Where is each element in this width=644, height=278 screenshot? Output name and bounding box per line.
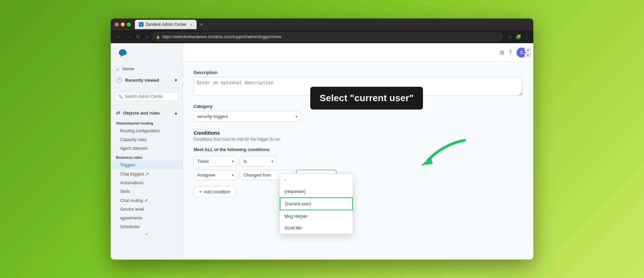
cond2-field-select[interactable]: Assignee [194, 170, 237, 180]
tab-bar: Z Zendesk Admin Center ✕ + [135, 20, 529, 29]
dropdown-item-meg-harper[interactable]: Meg Harper [280, 210, 353, 222]
url-text: https://selectivehardware.zendesk.com/su… [162, 34, 281, 39]
zendesk-logo-icon [117, 49, 129, 58]
address-bar: ← → ↻ ⌂ 🔒 https://selectivehardware.zend… [111, 30, 533, 43]
sidebar-item-chat-routing[interactable]: Chat routing ↗ [111, 196, 182, 205]
help-icon[interactable]: ? [509, 50, 512, 56]
content-area: Description Category security triggers ▾ [183, 62, 533, 205]
sidebar-item-home[interactable]: ⌂ Home [111, 63, 182, 74]
tab-favicon: Z [139, 22, 144, 27]
search-admin-center[interactable]: 🔍 [115, 92, 178, 101]
business-rules-group: Business rules [111, 153, 182, 161]
description-field-group: Description [194, 70, 523, 97]
sidebar-navigation: ⌂ Home 🕐 Recently viewed ▾ 🔍 [111, 63, 182, 237]
tab-close-icon[interactable]: ✕ [190, 23, 193, 26]
objects-rules-icon: ⇄ [116, 110, 120, 116]
sidebar-divider-1 [111, 88, 182, 88]
cond1-operator-select[interactable]: Is [240, 156, 277, 166]
sidebar-item-agreements[interactable]: agreements [111, 214, 182, 222]
scroll-arrows: ▲ ▼ [525, 43, 533, 62]
recently-viewed-label: Recently viewed [125, 78, 159, 83]
search-icon: 🔍 [118, 94, 123, 99]
sidebar-item-routing-config[interactable]: Routing configuration [111, 127, 182, 135]
extensions-icon[interactable]: 🧩 [516, 34, 521, 40]
cond2-field-wrap: Assignee ▾ [194, 170, 237, 180]
add-condition-button[interactable]: + Add condition [194, 186, 236, 197]
scroll-up-btn[interactable]: ▲ [525, 48, 531, 52]
browser-window: Z Zendesk Admin Center ✕ + ← → ↻ ⌂ 🔒 htt… [111, 18, 533, 260]
sidebar-scroll-down: ▼ [111, 231, 182, 237]
main-content: ⊞ ? S ▲ ▼ Description [183, 43, 533, 260]
tab-title: Zendesk Admin Center [146, 22, 186, 27]
category-label: Category [194, 104, 523, 109]
scroll-down-btn[interactable]: ▼ [525, 53, 531, 58]
traffic-lights [115, 22, 131, 26]
sidebar: ⌂ Home 🕐 Recently viewed ▾ 🔍 [111, 43, 183, 260]
sidebar-item-capacity-rules[interactable]: Capacity rules [111, 135, 182, 144]
sidebar-item-triggers[interactable]: Triggers [111, 161, 182, 169]
menu-icon[interactable]: ⋮ [525, 34, 529, 40]
conditions-meet-all-label: Meet ALL of the following conditions [194, 147, 523, 152]
sub-nav-objects: Omnichannel routing Routing configuratio… [111, 119, 182, 231]
recently-viewed-chevron: ▾ [175, 78, 177, 83]
omnichannel-routing-group: Omnichannel routing [111, 119, 182, 127]
active-tab[interactable]: Z Zendesk Admin Center ✕ [135, 20, 197, 29]
top-bar-right: ⊞ ? S [500, 48, 527, 58]
minimize-button[interactable] [121, 22, 125, 26]
search-input[interactable] [125, 94, 175, 99]
category-select[interactable]: security triggers [194, 111, 301, 122]
dropdown-item-requester[interactable]: (requester) [280, 186, 353, 197]
bookmark-icon[interactable]: ☆ [508, 34, 512, 40]
sidebar-item-chat-triggers[interactable]: Chat triggers ↗ [111, 169, 182, 179]
conditions-title: Conditions [194, 130, 523, 136]
sidebar-recently-viewed[interactable]: 🕐 Recently viewed ▾ [111, 74, 182, 86]
clock-icon: 🕐 [116, 77, 122, 83]
refresh-button[interactable]: ↻ [135, 33, 142, 40]
address-icons: ☆ 🧩 ⋮ [508, 34, 529, 40]
sidebar-objects-rules[interactable]: ⇄ Objects and rules ▴ [111, 107, 182, 119]
sidebar-item-service-level[interactable]: Service level [111, 205, 182, 214]
cond1-field-select[interactable]: Ticket [194, 156, 237, 166]
category-select-wrap: security triggers ▾ [194, 111, 301, 122]
dropdown-item-dash[interactable]: - [280, 174, 353, 186]
grid-icon[interactable]: ⊞ [500, 49, 504, 56]
app-body: ⌂ Home 🕐 Recently viewed ▾ 🔍 [111, 43, 533, 260]
cond1-field-wrap: Ticket ▾ [194, 156, 237, 166]
new-tab-button[interactable]: + [198, 21, 205, 27]
condition-row-1: Ticket ▾ Is ▾ [194, 156, 523, 166]
home-icon: ⌂ [116, 66, 119, 72]
url-bar[interactable]: 🔒 https://selectivehardware.zendesk.com/… [152, 32, 502, 41]
sidebar-item-automations[interactable]: Automations [111, 179, 182, 187]
category-field-group: Category security triggers ▾ [194, 104, 523, 122]
conditions-subtitle: Conditions that must be met for the trig… [194, 137, 523, 142]
cond1-operator-wrap: Is ▾ [240, 156, 277, 166]
close-button[interactable] [115, 22, 119, 26]
sidebar-item-skills[interactable]: Skills [111, 187, 182, 196]
sidebar-item-schedules[interactable]: Schedules [111, 222, 182, 231]
title-bar: Z Zendesk Admin Center ✕ + [111, 18, 533, 30]
description-textarea[interactable] [194, 77, 523, 96]
condition-row-2: Assignee ▾ Changed from ▾ [194, 170, 523, 180]
dropdown-item-current-user[interactable]: (current user) [280, 197, 353, 210]
dropdown-item-scott-me[interactable]: Scott Me [280, 222, 353, 234]
home-button[interactable]: ⌂ [144, 33, 150, 40]
maximize-button[interactable] [127, 22, 131, 26]
sidebar-home-label: Home [122, 66, 134, 71]
dropdown-popup: - (requester) (current user) Meg Harper … [279, 173, 353, 234]
conditions-section: Conditions Conditions that must be met f… [194, 130, 523, 197]
top-bar: ⊞ ? S ▲ ▼ [183, 43, 533, 62]
objects-rules-chevron: ▴ [175, 111, 177, 116]
back-button[interactable]: ← [115, 33, 122, 40]
add-icon: + [199, 189, 202, 194]
forward-button[interactable]: → [125, 33, 132, 40]
add-condition-label: Add condition [204, 189, 230, 194]
sidebar-logo [111, 43, 182, 63]
description-label: Description [194, 70, 523, 75]
sidebar-item-agent-statuses[interactable]: Agent statuses [111, 144, 182, 153]
objects-rules-label: Objects and rules [123, 111, 160, 116]
secure-icon: 🔒 [156, 35, 160, 39]
sidebar-divider-2 [111, 105, 182, 105]
